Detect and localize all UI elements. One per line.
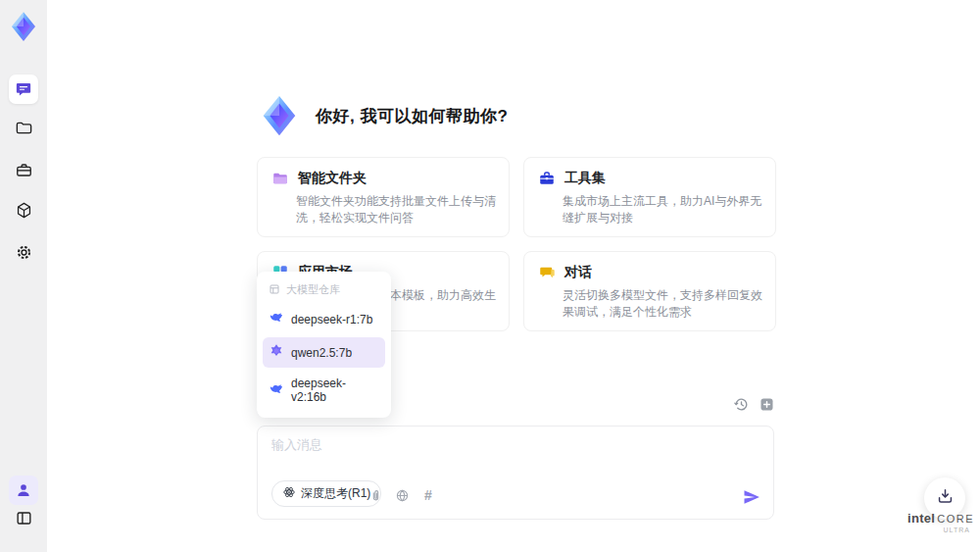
card-smart-folder[interactable]: 智能文件夹 智能文件夹功能支持批量文件上传与清洗，轻松实现文件问答 (257, 157, 510, 237)
message-input[interactable] (271, 436, 758, 476)
sidebar (0, 0, 47, 552)
repo-box-icon (269, 283, 280, 297)
model-option-label: qwen2.5:7b (291, 346, 352, 360)
sidebar-item-collapse[interactable] (9, 503, 38, 532)
greeting-text: 你好, 我可以如何帮助你? (316, 105, 508, 127)
cube-icon (15, 201, 33, 220)
blue-briefcase-icon (538, 170, 556, 187)
model-repo-label: 大模型仓库 (286, 282, 340, 297)
intel-core-logo: intel CORE ULTRA (909, 511, 972, 533)
history-icon[interactable] (733, 396, 750, 413)
yellow-chat-icon (538, 264, 556, 281)
card-title: 对话 (564, 264, 592, 281)
paperclip-icon[interactable] (368, 487, 383, 503)
deepseek-whale-icon (269, 381, 284, 400)
sidebar-item-folders[interactable] (9, 113, 38, 142)
core-wordmark: CORE (937, 513, 974, 525)
sidebar-item-user[interactable] (9, 476, 38, 505)
greeting-header: 你好, 我可以如何帮助你? (257, 93, 508, 138)
model-repo-link[interactable]: 大模型仓库 (263, 277, 385, 301)
model-option-deepseek-v2[interactable]: deepseek-v2:16b (263, 371, 385, 410)
sidebar-item-toolbox[interactable] (9, 155, 38, 184)
send-plane-icon[interactable] (742, 487, 761, 507)
hash-icon[interactable]: # (420, 487, 436, 503)
sidebar-item-chat[interactable] (9, 75, 38, 104)
qwen-logo-icon (269, 343, 284, 362)
folder-icon (15, 119, 33, 137)
ultra-wordmark: ULTRA (909, 527, 972, 533)
model-dropdown: 大模型仓库 deepseek-r1:7b qwen2.5:7b (257, 272, 391, 418)
card-description: 灵活切换多模型文件，支持多样回复效果调试，满足个性化需求 (563, 287, 773, 321)
card-description: 集成市场上主流工具，助力AI与外界无缝扩展与对接 (563, 193, 773, 226)
sidebar-item-apps[interactable] (9, 195, 38, 225)
globe-icon[interactable] (394, 487, 410, 503)
deep-think-toggle[interactable]: 深度思考(R1) (271, 480, 381, 507)
gem-logo-icon (257, 93, 302, 138)
card-title: 工具集 (564, 170, 606, 187)
card-title: 智能文件夹 (298, 170, 367, 187)
atom-icon (282, 485, 296, 502)
app-window: 你好, 我可以如何帮助你? 智能文件夹 智能文件夹功能支持批量文件上传与清洗，轻… (0, 0, 980, 552)
gear-icon (15, 243, 33, 262)
new-chat-icon[interactable] (759, 396, 775, 413)
chat-toolbar-right (733, 396, 775, 413)
purple-folder-icon (271, 170, 289, 187)
card-description: 智能文件夹功能支持批量文件上传与清洗，轻松实现文件问答 (296, 193, 507, 226)
hash-glyph: # (424, 488, 432, 502)
card-conversation[interactable]: 对话 灵活切换多模型文件，支持多样回复效果调试，满足个性化需求 (523, 251, 776, 331)
composer-icons: # (368, 487, 436, 503)
briefcase-icon (15, 161, 33, 179)
model-option-qwen[interactable]: qwen2.5:7b (263, 337, 385, 368)
deepseek-whale-icon (269, 310, 284, 328)
model-option-label: deepseek-r1:7b (291, 313, 372, 326)
panel-toggle-icon (15, 509, 33, 527)
model-option-label: deepseek-v2:16b (291, 376, 379, 404)
message-composer: 深度思考(R1) # (257, 426, 774, 520)
download-tray-icon (936, 487, 955, 510)
chat-bubble-icon (15, 80, 32, 98)
user-icon (15, 481, 32, 499)
gem-logo-icon (7, 10, 40, 43)
intel-wordmark: intel (907, 511, 935, 526)
deep-think-label: 深度思考(R1) (301, 485, 370, 502)
sidebar-item-settings[interactable] (9, 237, 38, 267)
card-toolset[interactable]: 工具集 集成市场上主流工具，助力AI与外界无缝扩展与对接 (523, 157, 776, 237)
model-option-deepseek-r1[interactable]: deepseek-r1:7b (263, 304, 385, 334)
